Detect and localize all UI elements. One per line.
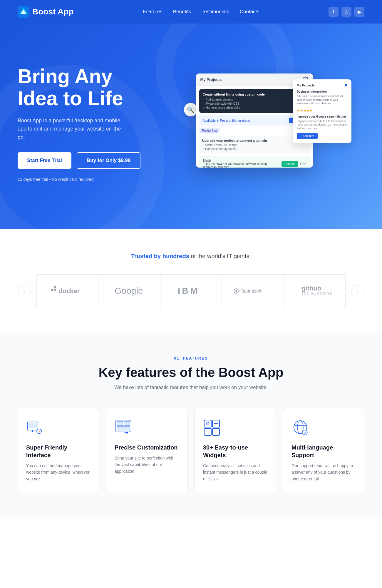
logos-carousel: ‹ docker Google [18,274,364,309]
feature-card-customization: Precise Customization Bring your site to… [106,408,187,493]
docker-logo-icon: docker [50,285,85,297]
logos-track: docker Google IBM [36,274,346,309]
feature-desc-widgets: Connect analytics services and instant m… [203,462,267,482]
hero-content: Bring Any Idea to Life Boost App is a po… [18,65,174,182]
optimizely-logo-icon: Optimizely [232,285,273,297]
hero-buttons: Start Free Trial Buy for Only $9.99 [18,152,174,169]
svg-text:人: 人 [304,431,307,434]
carousel-next-button[interactable]: › [351,285,364,298]
svg-point-28 [206,422,209,425]
github-logo-icon: github SOCIAL CODING [296,283,334,298]
features-section: 01. FEATURES Key features of the Boost A… [0,333,382,517]
logo[interactable]: Boost App [18,6,74,18]
trusted-section: Trusted by hundreds of the world's IT gi… [0,229,382,333]
side-dot [345,84,347,86]
buy-button[interactable]: Buy for Only $9.99 [77,152,140,169]
mockup-side-panel: My Projects Business information Edit pu… [293,79,351,143]
feature-title-multilang: Multi-language Support [291,444,356,459]
logo-google: Google [98,274,160,309]
widgets-icon [203,419,221,437]
features-grid: Super Friendly Interface You can edit an… [18,408,364,493]
domain-items: ✓ Visual Front-End Design ✓ Database Man… [202,143,307,151]
facebook-icon[interactable]: f [329,7,339,17]
start-trial-button[interactable]: Start Free Trial [18,152,71,169]
nav-testimonials[interactable]: Testimonials [202,9,229,15]
feature-title-widgets: 30+ Easy-to-use Widgets [203,444,267,459]
customization-icon [115,419,132,437]
navbar: Boost App Features Benefits Testimonials… [0,0,382,24]
feature-card-interface: Super Friendly Interface You can edit an… [18,408,99,493]
nav-links: Features Benefits Testimonials Contacts [143,9,259,15]
trusted-title: Trusted by hundreds of the world's IT gi… [18,253,364,260]
add-item-button[interactable]: + Add item [297,133,318,139]
feature-title-interface: Super Friendly Interface [26,444,91,459]
svg-rect-21 [117,421,123,425]
feature-desc-interface: You can edit and manage your website fro… [26,462,91,482]
svg-text:Google: Google [115,286,143,295]
features-description: We have lots of fantastic features that … [18,385,364,390]
feature-card-widgets: 30+ Easy-to-use Widgets Connect analytic… [195,408,276,493]
svg-text:github: github [301,285,321,292]
carousel-prev-button[interactable]: ‹ [18,285,31,298]
svg-rect-6 [54,289,56,291]
svg-rect-27 [212,428,220,435]
svg-rect-22 [124,421,130,425]
logo-icon [18,6,29,18]
hero-description: Boost App is a powerful desktop and mobi… [18,116,129,142]
svg-text:SOCIAL CODING: SOCIAL CODING [301,292,332,295]
card-items: Add external widgets Tweak site style wi… [203,98,306,109]
svg-point-32 [297,421,303,434]
instagram-icon[interactable]: ◎ [341,7,351,17]
nav-socials: f ◎ ▶ [329,7,364,17]
logo-github: github SOCIAL CODING [284,274,346,309]
ibm-logo-icon: IBM [173,285,209,297]
nav-features[interactable]: Features [143,9,162,15]
feature-desc-multilang: Our support team will be happy to answer… [291,462,356,482]
feature-desc-customization: Bring your site to perfection with the v… [115,455,179,475]
hero-title: Bring Any Idea to Life [18,65,174,109]
svg-text:Optimizely: Optimizely [240,288,262,293]
svg-rect-5 [51,289,53,291]
feature-card-multilang: 人 Multi-language Support Our support tea… [283,408,364,493]
feature-title-customization: Precise Customization [115,444,179,451]
slack-card: Slack Enjoy the power of your favorite s… [199,156,310,168]
svg-rect-23 [117,427,130,430]
features-label: 01. FEATURES [18,356,364,360]
logo-text: Boost App [32,7,74,16]
logo-optimizely: Optimizely [222,274,284,309]
multilang-icon: 人 [291,419,309,437]
hero-section: Bring Any Idea to Life Boost App is a po… [0,24,382,229]
interface-icon [26,419,44,437]
svg-rect-7 [54,286,56,288]
search-bubble: 🔍 [184,103,197,116]
features-title: Key features of the Boost App [18,365,364,380]
slack-connect-button[interactable]: Connect [282,161,298,167]
svg-rect-16 [29,423,37,428]
side-header: My Projects [297,83,347,87]
svg-rect-26 [204,428,211,435]
google-logo-icon: Google [112,285,147,297]
hero-image: 🔍 My Projects Create without limits usin… [174,68,364,179]
mockup-container: 🔍 My Projects Create without limits usin… [187,68,351,179]
nav-contacts[interactable]: Contacts [240,9,259,15]
svg-text:IBM: IBM [178,286,199,295]
logo-docker: docker [36,274,98,309]
hero-note: 15 days free trial • No credit card requ… [18,177,174,182]
logo-ibm: IBM [160,274,222,309]
svg-point-11 [235,290,237,292]
youtube-icon[interactable]: ▶ [354,7,364,17]
svg-text:docker: docker [58,287,80,295]
nav-benefits[interactable]: Benefits [173,9,191,15]
